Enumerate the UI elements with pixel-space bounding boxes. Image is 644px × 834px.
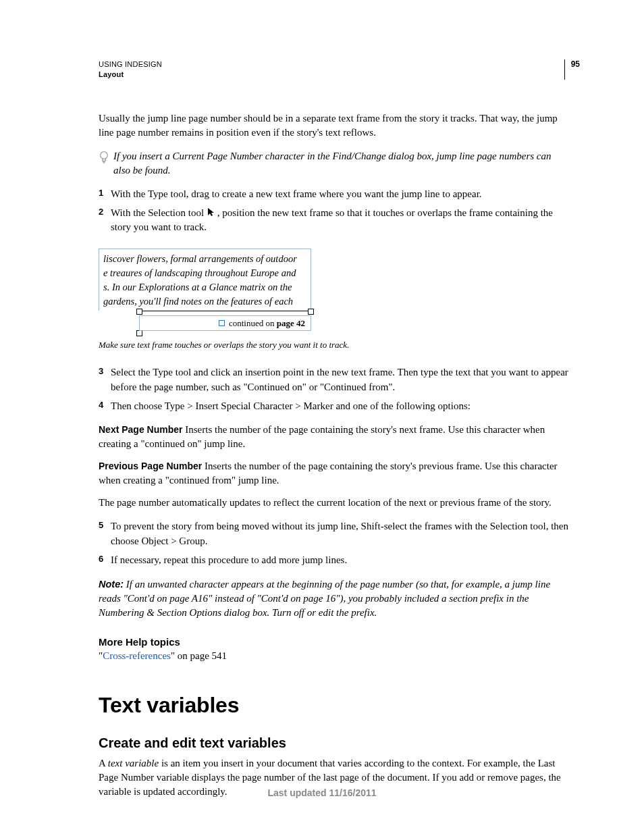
chapter-name: Layout	[99, 70, 162, 80]
selection-tool-icon	[207, 207, 215, 216]
step-3: Select the Type tool and click an insert…	[99, 365, 570, 395]
figure-story-frame: liscover flowers, formal arrangements of…	[99, 249, 311, 311]
jump-page: page 42	[277, 318, 305, 328]
frame-handle-icon	[136, 309, 142, 315]
step-5: To prevent the story from being moved wi…	[99, 519, 570, 549]
auto-update-paragraph: The page number automatically updates to…	[99, 496, 570, 510]
step-2: With the Selection tool , position the n…	[99, 206, 570, 236]
tip-text: If you insert a Current Page Number char…	[113, 149, 570, 178]
option-head: Previous Page Number	[99, 461, 202, 471]
xref-suffix: " on page 541	[171, 650, 227, 661]
steps-3-4: Select the Type tool and click an insert…	[99, 365, 570, 413]
step-2-pre: With the Selection tool	[111, 207, 207, 218]
step-1: With the Type tool, drag to create a new…	[99, 187, 570, 202]
option-next-page: Next Page Number Inserts the number of t…	[99, 423, 570, 451]
figure-jump-line: liscover flowers, formal arrangements of…	[99, 249, 311, 336]
tv-term: text variable	[108, 758, 159, 768]
running-header: USING INDESIGN Layout 95	[99, 59, 570, 80]
product-name: USING INDESIGN	[99, 59, 162, 70]
note-block: Note: If an unwanted character appears a…	[99, 577, 570, 620]
subsection-heading: Create and edit text variables	[99, 735, 570, 751]
figure-line: gardens, you'll find notes on the featur…	[103, 294, 306, 309]
intro-paragraph: Usually the jump line page number should…	[99, 111, 570, 140]
option-prev-page: Previous Page Number Inserts the number …	[99, 459, 570, 488]
step-6: If necessary, repeat this procedure to a…	[99, 553, 570, 568]
option-head: Next Page Number	[99, 424, 182, 435]
figure-jump-frame: continued on page 42	[139, 311, 311, 336]
step-4: Then choose Type > Insert Special Charac…	[99, 399, 570, 414]
xref-line: "Cross-references" on page 541	[99, 650, 570, 662]
steps-5-6: To prevent the story from being moved wi…	[99, 519, 570, 567]
figure-line: liscover flowers, formal arrangements of…	[103, 252, 306, 266]
svg-point-0	[101, 151, 108, 159]
page-number: 95	[564, 59, 580, 80]
last-updated-footer: Last updated 11/16/2011	[0, 787, 644, 798]
figure-caption: Make sure text frame touches or overlaps…	[99, 340, 570, 350]
frame-handle-icon	[308, 309, 314, 315]
cross-references-link[interactable]: Cross-references	[103, 650, 171, 661]
tip-block: If you insert a Current Page Number char…	[99, 149, 570, 178]
figure-line: s. In our Explorations at a Glance matri…	[103, 280, 306, 294]
note-body: If an unwanted character appears at the …	[99, 579, 550, 618]
figure-line: e treaures of landscaping throughout Eur…	[103, 266, 306, 280]
frame-handle-icon	[136, 330, 142, 336]
section-heading: Text variables	[99, 693, 570, 718]
lightbulb-icon	[99, 149, 109, 168]
jump-line-text-frame: continued on page 42	[139, 315, 311, 331]
note-label: Note:	[99, 579, 124, 590]
inport-icon	[219, 320, 225, 326]
steps-1-2: With the Type tool, drag to create a new…	[99, 187, 570, 235]
tv-pre: A	[99, 758, 108, 768]
jump-text: continued on	[229, 318, 277, 328]
more-help-heading: More Help topics	[99, 636, 570, 648]
